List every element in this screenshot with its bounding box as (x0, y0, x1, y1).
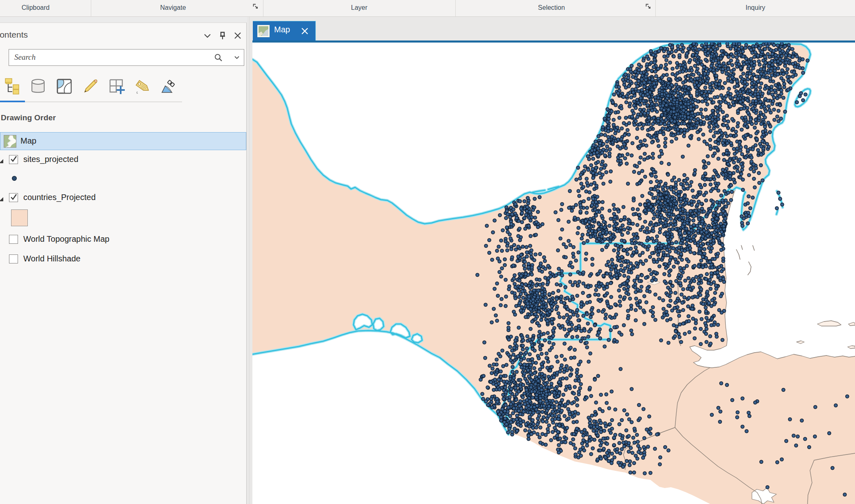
map-cay-2 (741, 245, 742, 250)
map-islet-2 (848, 346, 855, 349)
world-hillshade-checkbox[interactable] (9, 254, 18, 263)
list-by-editing-icon[interactable] (81, 77, 100, 96)
sites-projected-label: sites_projected (23, 155, 79, 164)
tree-item-map[interactable]: Map (0, 132, 246, 150)
list-by-labeling-icon[interactable] (133, 77, 152, 96)
map-cay-1 (736, 250, 740, 259)
contents-toolbar (0, 77, 245, 97)
countries-projected-checkbox[interactable] (9, 193, 18, 202)
checkmark-icon (10, 192, 18, 201)
list-by-charts-icon[interactable] (160, 77, 178, 96)
pane-splitter-line (249, 17, 250, 504)
search-placeholder: Search (14, 53, 36, 62)
map-cay-4 (753, 245, 754, 250)
ribbon-group-navigate: Navigate (91, 4, 255, 11)
expander-icon[interactable] (0, 196, 4, 202)
ribbon-group-labels-row: Clipboard Navigate Layer Selection Inqui… (0, 0, 855, 17)
contents-pane-title: Contents (0, 30, 28, 40)
world-topographic-checkbox[interactable] (9, 235, 18, 244)
map-thumbnail-icon (4, 135, 16, 148)
map-svg (252, 43, 855, 504)
pane-collapse-chevron-icon[interactable] (203, 31, 212, 40)
pane-pin-icon[interactable] (218, 31, 227, 40)
map-view-tab[interactable]: Map (253, 21, 316, 40)
navigate-dialog-launcher-icon[interactable] (252, 3, 259, 10)
map-canvas[interactable] (252, 43, 855, 504)
arcgis-pro-window: Clipboard Navigate Layer Selection Inqui… (0, 0, 855, 504)
tree-item-map-label: Map (20, 136, 36, 146)
polygon-symbol-swatch[interactable] (11, 209, 28, 226)
map-tab-close-icon[interactable] (300, 26, 310, 36)
world-topographic-label: World Topographic Map (23, 234, 110, 244)
ribbon-group-inquiry: Inquiry (656, 4, 855, 11)
map-tab-icon (257, 25, 270, 37)
contents-pane: Contents Search (0, 22, 247, 504)
map-island-guanaja (848, 322, 855, 326)
map-islet-1 (796, 341, 804, 344)
contents-search-box[interactable]: Search (9, 49, 244, 66)
checkmark-icon (10, 154, 18, 163)
tree-item-sites-projected[interactable]: sites_projected (0, 153, 246, 169)
selection-dialog-launcher-icon[interactable] (645, 3, 652, 10)
sites-projected-checkbox[interactable] (9, 155, 18, 164)
ribbon-group-selection: Selection (456, 4, 647, 11)
world-hillshade-label: World Hillshade (23, 254, 81, 263)
ribbon-group-layer: Layer (263, 4, 455, 11)
pane-splitter[interactable] (247, 17, 252, 504)
list-by-drawing-order-icon[interactable] (2, 77, 21, 96)
list-by-snapping-icon[interactable] (107, 77, 126, 96)
map-tab-label: Map (274, 25, 290, 34)
drawing-order-heading: Drawing Order (1, 113, 56, 122)
toolbar-underline (25, 101, 182, 102)
expander-icon[interactable] (0, 158, 4, 164)
search-icon[interactable] (214, 53, 223, 63)
map-island-roatan (817, 321, 841, 326)
ribbon-group-clipboard: Clipboard (0, 4, 71, 11)
tree-item-world-hillshade[interactable]: World Hillshade (0, 252, 246, 268)
list-by-data-source-icon[interactable] (29, 77, 47, 96)
point-symbol-swatch[interactable] (11, 176, 17, 181)
toolbar-active-tab-underline (0, 101, 25, 102)
pane-close-icon[interactable] (233, 31, 242, 40)
list-by-visibility-icon[interactable] (55, 77, 74, 96)
countries-projected-label: countries_Projected (23, 193, 96, 202)
tree-item-world-topographic-map[interactable]: World Topographic Map (0, 232, 246, 249)
search-options-chevron-icon[interactable] (233, 55, 241, 61)
tree-item-countries-projected[interactable]: countries_Projected (0, 191, 246, 207)
map-view-tab-strip: Map (252, 17, 855, 40)
map-cay-3 (748, 262, 751, 275)
